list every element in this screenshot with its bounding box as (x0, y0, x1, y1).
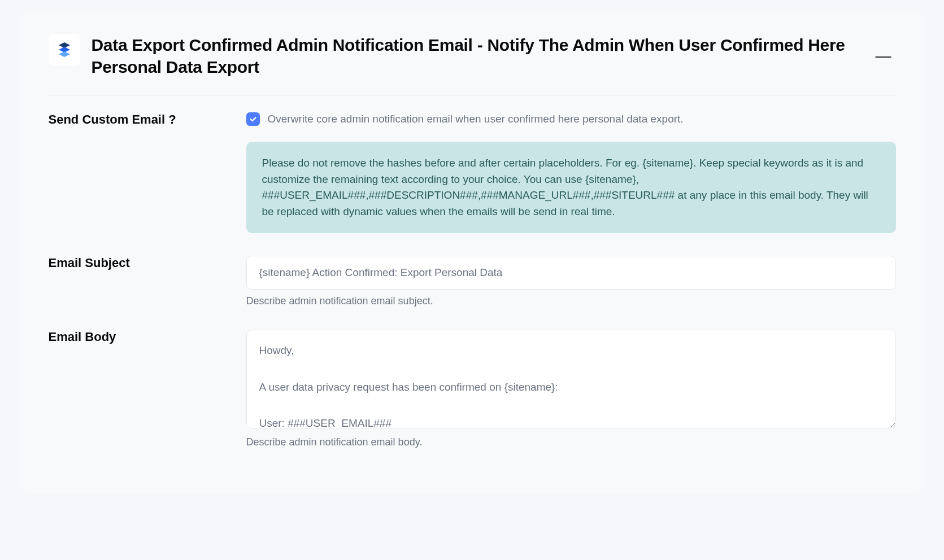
email-body-label: Email Body (49, 330, 224, 344)
email-subject-label: Email Subject (49, 256, 224, 270)
checkbox-row: Overwrite core admin notification email … (246, 112, 896, 126)
placeholder-info-box: Please do not remove the hashes before a… (246, 142, 896, 233)
send-custom-email-label: Send Custom Email ? (49, 112, 224, 127)
checkmark-icon (249, 115, 257, 123)
page-title: Data Export Confirmed Admin Notification… (92, 34, 860, 78)
logo-box (49, 34, 80, 65)
card-header: Data Export Confirmed Admin Notification… (49, 34, 896, 95)
email-body-helper: Describe admin notification email body. (246, 436, 896, 448)
row-email-subject: Email Subject Describe admin notificatio… (49, 256, 896, 307)
collapse-button[interactable]: — (871, 48, 896, 64)
send-custom-email-checkbox-label: Overwrite core admin notification email … (268, 113, 684, 125)
row-email-body: Email Body Describe admin notification e… (49, 330, 896, 448)
email-subject-helper: Describe admin notification email subjec… (246, 295, 896, 307)
email-body-textarea[interactable] (246, 330, 896, 428)
email-subject-input[interactable] (246, 256, 896, 290)
field-col: Overwrite core admin notification email … (246, 112, 896, 233)
row-send-custom-email: Send Custom Email ? Overwrite core admin… (49, 112, 896, 233)
brand-logo-icon (55, 41, 73, 59)
label-col: Email Subject (49, 256, 224, 270)
label-col: Email Body (49, 330, 224, 344)
field-col: Describe admin notification email body. (246, 330, 896, 448)
field-col: Describe admin notification email subjec… (246, 256, 896, 307)
send-custom-email-checkbox[interactable] (246, 112, 260, 126)
settings-card: Data Export Confirmed Admin Notification… (20, 11, 924, 493)
label-col: Send Custom Email ? (49, 112, 224, 127)
